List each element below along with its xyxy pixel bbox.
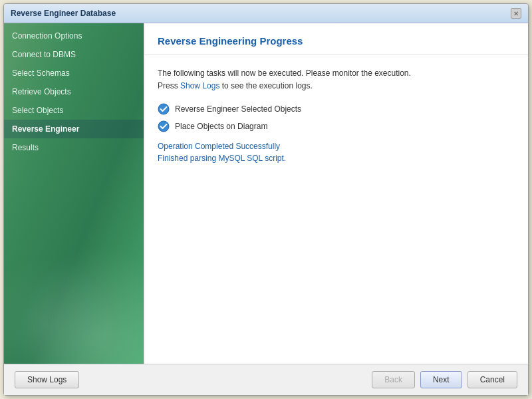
footer: Show Logs Back Next Cancel (4, 364, 528, 395)
status-line-0: Operation Completed Successfully (158, 142, 515, 151)
show-logs-link[interactable]: Show Logs (180, 81, 219, 90)
sidebar: Connection Options Connect to DBMS Selec… (4, 23, 144, 364)
task-label-0: Reverse Engineer Selected Objects (175, 104, 301, 114)
main-body: The following tasks will now be executed… (144, 55, 528, 364)
main-header: Reverse Engineering Progress (144, 23, 528, 55)
sidebar-item-select-schemas[interactable]: Select Schemas (4, 64, 144, 82)
sidebar-item-select-objects[interactable]: Select Objects (4, 101, 144, 120)
status-line-1: Finished parsing MySQL SQL script. (158, 154, 515, 163)
footer-right: Back Next Cancel (372, 371, 517, 388)
back-button[interactable]: Back (372, 371, 415, 388)
window-title: Reverse Engineer Database (11, 9, 116, 18)
show-logs-button[interactable]: Show Logs (15, 371, 79, 388)
main-panel: Reverse Engineering Progress The followi… (144, 23, 528, 364)
task-label-1: Place Objects on Diagram (175, 122, 267, 131)
sidebar-item-results[interactable]: Results (4, 138, 144, 157)
page-title: Reverse Engineering Progress (158, 35, 515, 47)
sidebar-item-reverse-engineer[interactable]: Reverse Engineer (4, 120, 144, 138)
content-area: Connection Options Connect to DBMS Selec… (4, 23, 528, 364)
task-item-1: Place Objects on Diagram (158, 120, 515, 132)
main-window: Reverse Engineer Database ✕ Connection O… (3, 3, 529, 396)
cancel-button[interactable]: Cancel (467, 371, 517, 388)
check-icon-0 (158, 103, 170, 115)
footer-left: Show Logs (15, 371, 79, 388)
sidebar-item-retrieve-objects[interactable]: Retrieve Objects (4, 82, 144, 101)
status-section: Operation Completed Successfully Finishe… (158, 142, 515, 163)
next-button[interactable]: Next (420, 371, 462, 388)
intro-line1: The following tasks will now be executed… (158, 68, 411, 78)
svg-point-1 (158, 121, 169, 132)
close-button[interactable]: ✕ (511, 8, 521, 19)
intro-suffix: to see the execution logs. (219, 81, 312, 90)
sidebar-item-connection-options[interactable]: Connection Options (4, 27, 144, 45)
sidebar-item-connect-to-dbms[interactable]: Connect to DBMS (4, 45, 144, 64)
svg-point-0 (158, 104, 169, 114)
intro-text: The following tasks will now be executed… (158, 67, 515, 92)
title-bar: Reverse Engineer Database ✕ (4, 4, 528, 23)
task-item-0: Reverse Engineer Selected Objects (158, 103, 515, 115)
intro-prefix: Press (158, 81, 180, 90)
check-icon-1 (158, 120, 170, 132)
